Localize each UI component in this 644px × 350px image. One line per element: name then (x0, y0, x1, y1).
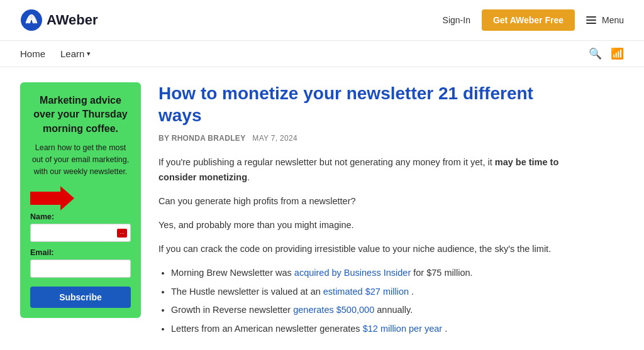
article-author: BY RHONDA BRADLEY (158, 134, 245, 143)
article-date: MAY 7, 2024 (252, 134, 297, 143)
bullet-3-link[interactable]: generates $500,000 (293, 305, 374, 315)
main-content: Marketing advice over your Thursday morn… (0, 67, 644, 350)
name-label: Name: (30, 212, 131, 221)
name-input-wrapper: ··· (30, 224, 131, 242)
logo-text: AWeber (47, 12, 98, 28)
bullet-1-link[interactable]: acquired by Business Insider (294, 268, 411, 278)
svg-point-0 (21, 9, 42, 31)
signin-link[interactable]: Sign-In (443, 15, 470, 25)
email-field-group: Email: (30, 248, 131, 278)
header-actions: Sign-In Get AWeber Free Menu (443, 9, 624, 31)
menu-button[interactable]: Menu (586, 15, 624, 25)
learn-chevron-icon: ▾ (87, 50, 91, 58)
name-field-group: Name: ··· (30, 212, 131, 242)
input-action-icon: ··· (117, 229, 127, 238)
article-para-1: If you're publishing a regular newslette… (158, 155, 561, 185)
name-input[interactable] (30, 224, 131, 242)
search-button[interactable]: 🔍 (589, 47, 602, 60)
article-content: How to monetize your newsletter 21 diffe… (158, 82, 561, 346)
bullet-2: The Hustle newsletter is valued at an es… (171, 285, 561, 300)
sidebar: Marketing advice over your Thursday morn… (20, 82, 141, 346)
search-icon: 🔍 (589, 48, 602, 60)
article-para-4: If you can crack the code on providing i… (158, 242, 561, 257)
nav-utilities: 🔍 📶 (589, 47, 624, 60)
rss-icon: 📶 (611, 47, 624, 60)
primary-nav: Home Learn ▾ 🔍 📶 (0, 41, 644, 67)
bullet-2-link[interactable]: estimated $27 million (323, 287, 409, 297)
email-label: Email: (30, 248, 131, 257)
nav-home[interactable]: Home (20, 48, 45, 59)
red-arrow-icon (30, 186, 74, 211)
aweber-logo-icon (20, 9, 43, 31)
bullet-3: Growth in Reverse newsletter generates $… (171, 303, 561, 318)
article-para-3: Yes, and probably more than you might im… (158, 218, 561, 233)
article-body: If you're publishing a regular newslette… (158, 155, 561, 337)
sidebar-card: Marketing advice over your Thursday morn… (20, 82, 141, 318)
article-para-2: Can you generate high profits from a new… (158, 194, 561, 209)
nav-learn[interactable]: Learn ▾ (60, 48, 91, 59)
get-aweber-button[interactable]: Get AWeber Free (482, 9, 575, 31)
email-input[interactable] (30, 260, 131, 278)
nav-links: Home Learn ▾ (20, 48, 91, 59)
hamburger-icon (586, 16, 596, 24)
sidebar-title: Marketing advice over your Thursday morn… (30, 94, 131, 136)
menu-label: Menu (602, 15, 624, 25)
logo-area: AWeber (20, 9, 98, 31)
sidebar-description: Learn how to get the most out of your em… (30, 142, 131, 177)
subscribe-button[interactable]: Subscribe (30, 287, 131, 308)
article-meta: BY RHONDA BRADLEY MAY 7, 2024 (158, 134, 561, 143)
site-header: AWeber Sign-In Get AWeber Free Menu (0, 0, 644, 41)
bullet-4-link[interactable]: $12 million per year (363, 324, 443, 334)
article-bullet-list: Morning Brew Newsletter was acquired by … (171, 266, 561, 337)
bullet-4: Letters from an American newsletter gene… (171, 322, 561, 337)
article-title: How to monetize your newsletter 21 diffe… (158, 82, 561, 126)
arrow-container (30, 186, 131, 211)
svg-marker-1 (30, 187, 74, 211)
bullet-1: Morning Brew Newsletter was acquired by … (171, 266, 561, 281)
